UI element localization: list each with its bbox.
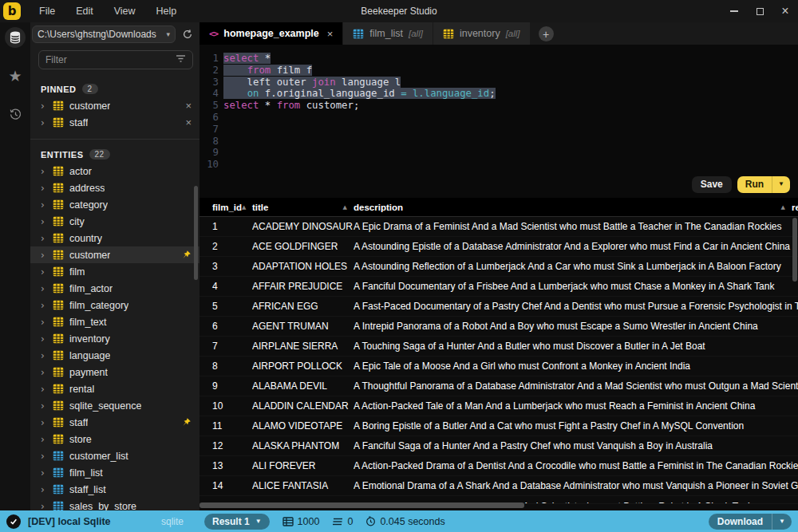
entity-item-sqlite_sequence[interactable]: ›sqlite_sequence [30,397,200,414]
entity-item-payment[interactable]: ›payment [30,364,200,380]
chevron-right-icon[interactable]: › [41,367,47,378]
tab-film_list[interactable]: film_list[all] [343,22,433,45]
cell-title[interactable]: AFRICAN EGG [252,301,354,312]
cell-title[interactable]: ACE GOLDFINGER [252,241,354,252]
cell-title[interactable]: ADAPTATION HOLES [252,261,354,272]
cell-film-id[interactable]: 9 [200,380,252,392]
entity-item-customer_list[interactable]: ›customer_list [30,447,200,464]
cell-description[interactable]: A Touching Saga of a Hunter And a Butler… [354,341,798,352]
cell-film-id[interactable]: 4 [200,281,252,292]
entity-item-film_actor[interactable]: ›film_actor [30,280,200,297]
cell-description[interactable]: A Action-Packed Drama of a Dentist And a… [354,460,798,471]
table-row[interactable]: 4AFFAIR PREJUDICEA Fanciful Documentary … [200,277,798,297]
chevron-right-icon[interactable]: › [41,233,47,244]
table-row[interactable]: 6AGENT TRUMANA Intrepid Panorama of a Ro… [200,317,798,337]
cell-film-id[interactable]: 13 [200,460,252,471]
run-options-caret[interactable]: ▼ [772,176,790,193]
history-icon[interactable] [5,104,26,124]
unpin-icon[interactable]: × [185,100,192,112]
entity-item-film[interactable]: ›film [30,263,200,280]
cell-title[interactable]: ALICE FANTASIA [252,480,354,491]
pinned-item-staff[interactable]: ›staff× [30,114,200,131]
cell-film-id[interactable]: 11 [200,420,252,432]
cell-description[interactable]: A Action-Packed Tale of a Man And a Lumb… [354,400,798,412]
chevron-right-icon[interactable]: › [41,100,47,112]
table-row[interactable]: 5AFRICAN EGGA Fast-Paced Documentary of … [200,297,798,317]
filter-input[interactable] [45,54,176,65]
refresh-icon[interactable] [180,27,195,41]
table-row[interactable]: 3ADAPTATION HOLESA Astounding Reflection… [200,257,798,277]
close-button[interactable]: × [772,0,798,22]
chevron-right-icon[interactable]: › [41,484,47,495]
menu-view[interactable]: View [104,6,146,17]
column-header-film_id[interactable]: film_id▲ [200,198,252,216]
column-header-partial[interactable]: release_year [792,198,798,216]
table-row[interactable]: 7AIRPLANE SIERRAA Touching Saga of a Hun… [200,337,798,357]
table-row[interactable]: 12ALASKA PHANTOMA Fanciful Saga of a Hun… [200,436,798,456]
cell-description[interactable]: A Fast-Paced Documentary of a Pastry Che… [354,301,798,312]
entity-item-category[interactable]: ›category [30,196,200,213]
chevron-right-icon[interactable]: › [41,434,47,445]
column-header-title[interactable]: title▲ [252,198,354,216]
entity-item-inventory[interactable]: ›inventory [30,330,200,347]
cell-description[interactable]: A Boring Epistle of a Butler And a Cat w… [354,420,798,432]
cell-film-id[interactable]: 1 [200,221,252,232]
unpin-icon[interactable]: × [185,116,192,128]
table-row[interactable]: 9ALABAMA DEVILA Thoughtful Panorama of a… [200,376,798,396]
filter-field[interactable] [38,50,193,69]
chevron-right-icon[interactable]: › [41,384,47,395]
cell-title[interactable]: AGENT TRUMAN [252,321,354,332]
table-row[interactable]: 2ACE GOLDFINGERA Astounding Epistle of a… [200,237,798,257]
chevron-right-icon[interactable]: › [41,467,47,479]
chevron-right-icon[interactable]: › [41,317,47,328]
chevron-right-icon[interactable]: › [41,451,47,462]
new-tab-button[interactable]: + [539,26,554,41]
sort-asc-icon[interactable]: ▲ [242,204,252,211]
cell-film-id[interactable]: 10 [200,400,252,412]
entity-item-film_text[interactable]: ›film_text [30,313,200,330]
entity-item-city[interactable]: ›city [30,213,200,230]
menu-edit[interactable]: Edit [65,6,104,17]
cell-title[interactable]: ALASKA PHANTOM [252,440,354,451]
table-row[interactable]: 11ALAMO VIDEOTAPEA Boring Epistle of a B… [200,416,798,436]
tab-inventory[interactable]: inventory[all] [433,22,530,45]
save-button[interactable]: Save [692,176,732,193]
minimize-button[interactable] [721,0,747,22]
menu-file[interactable]: File [29,6,65,17]
entity-item-country[interactable]: ›country [30,230,200,246]
chevron-right-icon[interactable]: › [41,283,47,294]
column-header-description[interactable]: description▲ [354,198,792,216]
pinned-item-customer[interactable]: ›customer× [30,97,200,114]
cell-film-id[interactable]: 8 [200,361,252,372]
cell-film-id[interactable]: 6 [200,321,252,332]
chevron-right-icon[interactable]: › [41,166,47,177]
cell-title[interactable]: AIRPLANE SIERRA [252,341,354,352]
sql-editor[interactable]: 1select *2 from film f3 left outer join … [200,45,798,198]
chevron-right-icon[interactable]: › [41,400,47,412]
pin-icon[interactable] [181,417,192,428]
cell-description[interactable]: A Astounding Reflection of a Lumberjack … [354,261,798,272]
cell-title[interactable]: AFFAIR PREJUDICE [252,281,354,292]
chevron-right-icon[interactable]: › [41,250,47,261]
favorites-icon[interactable]: ★ [5,65,26,86]
result-selector[interactable]: Result 1 ▼ [204,514,270,530]
maximize-button[interactable] [747,0,772,22]
database-panel-icon[interactable] [5,27,26,48]
entity-item-actor[interactable]: ›actor [30,163,200,179]
chevron-right-icon[interactable]: › [41,333,47,345]
table-row[interactable]: 10ALADDIN CALENDARA Action-Packed Tale o… [200,396,798,416]
chevron-right-icon[interactable]: › [41,216,47,227]
cell-description[interactable]: A Intrepid Panorama of a Robot And a Boy… [354,321,798,332]
menu-help[interactable]: Help [146,6,188,17]
chevron-right-icon[interactable]: › [41,350,47,361]
entity-item-film_list[interactable]: ›film_list [30,464,200,481]
cell-film-id[interactable]: 14 [200,480,252,491]
table-row[interactable]: 1ACADEMY DINOSAURA Epic Drama of a Femin… [200,217,798,237]
chevron-right-icon[interactable]: › [41,199,47,211]
sort-asc-icon[interactable]: ▲ [781,204,792,211]
cell-film-id[interactable]: 7 [200,341,252,352]
entity-item-staff_list[interactable]: ›staff_list [30,481,200,498]
cell-film-id[interactable]: 2 [200,241,252,252]
chevron-right-icon[interactable]: › [41,183,47,194]
cell-description[interactable]: A Fanciful Saga of a Hunter And a Pastry… [354,440,798,451]
